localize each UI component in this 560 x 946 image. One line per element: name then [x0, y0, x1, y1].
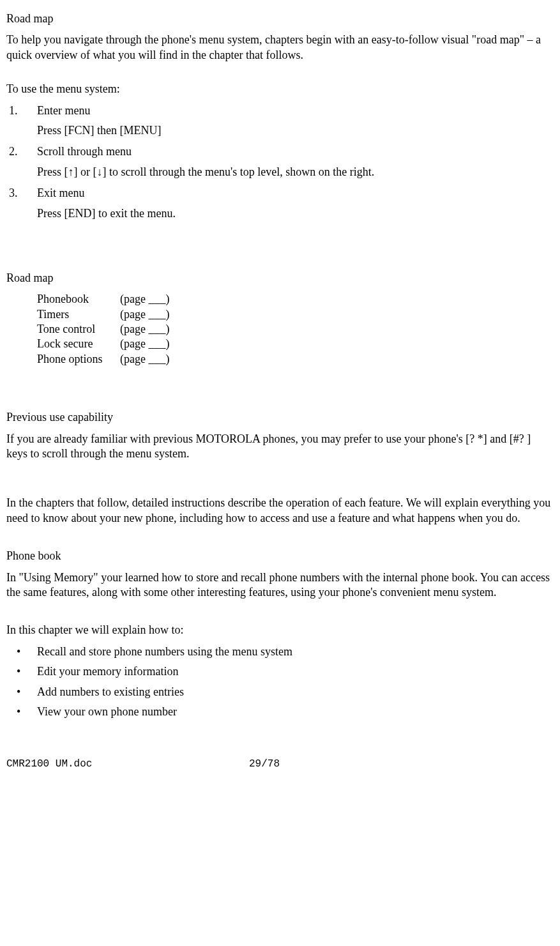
menu-system-intro: To use the menu system: [6, 82, 554, 96]
roadmap-label: Lock secure [37, 337, 120, 351]
page-footer: CMR2100 UM.doc 29/78 [6, 758, 554, 771]
step-title: Exit menu [37, 186, 554, 201]
step-body: Press [↑] or [↓] to scroll through the m… [37, 165, 554, 179]
roadmap-page: (page ___) [120, 322, 169, 337]
phonebook-heading: Phone book [6, 549, 554, 563]
chapter-explain-intro: In this chapter we will explain how to: [6, 623, 554, 637]
previous-use-heading: Previous use capability [6, 410, 554, 425]
roadmap-page: (page ___) [120, 352, 169, 367]
roadmap-label: Phonebook [37, 292, 120, 307]
previous-use-body: If you are already familiar with previou… [6, 432, 554, 462]
list-item: View your own phone number [17, 705, 554, 719]
roadmap-label: Phone options [37, 352, 120, 367]
list-item: Add numbers to existing entries [17, 685, 554, 699]
roadmap-row: Lock secure (page ___) [37, 337, 554, 351]
footer-doc-name: CMR2100 UM.doc [6, 758, 249, 771]
roadmap-label: Tone control [37, 322, 120, 337]
menu-steps-list: Enter menu Press [FCN] then [MENU] Scrol… [6, 103, 554, 221]
roadmap-row: Tone control (page ___) [37, 322, 554, 337]
roadmap-page: (page ___) [120, 292, 169, 307]
step-item: Scroll through menu Press [↑] or [↓] to … [20, 144, 554, 179]
step-body: Press [END] to exit the menu. [37, 206, 554, 221]
chapter-bullet-list: Recall and store phone numbers using the… [6, 645, 554, 720]
roadmap-page: (page ___) [120, 337, 169, 351]
roadmap-page: (page ___) [120, 307, 169, 322]
chapters-follow-body: In the chapters that follow, detailed in… [6, 496, 554, 526]
step-title: Scroll through menu [37, 144, 554, 159]
step-body: Press [FCN] then [MENU] [37, 123, 554, 138]
roadmap-row: Timers (page ___) [37, 307, 554, 322]
roadmap-row: Phonebook (page ___) [37, 292, 554, 307]
step-item: Exit menu Press [END] to exit the menu. [20, 186, 554, 221]
list-item: Edit your memory information [17, 664, 554, 679]
roadmap-row: Phone options (page ___) [37, 352, 554, 367]
footer-page-number: 29/78 [249, 758, 280, 771]
list-item: Recall and store phone numbers using the… [17, 645, 554, 659]
step-title: Enter menu [37, 103, 554, 118]
roadmap-label: Timers [37, 307, 120, 322]
roadmap-table: Phonebook (page ___) Timers (page ___) T… [37, 292, 554, 367]
roadmap-heading: Road map [6, 11, 554, 26]
roadmap2-heading: Road map [6, 271, 554, 286]
phonebook-body: In "Using Memory" your learned how to st… [6, 570, 554, 600]
step-item: Enter menu Press [FCN] then [MENU] [20, 103, 554, 139]
roadmap-intro: To help you navigate through the phone's… [6, 33, 554, 63]
